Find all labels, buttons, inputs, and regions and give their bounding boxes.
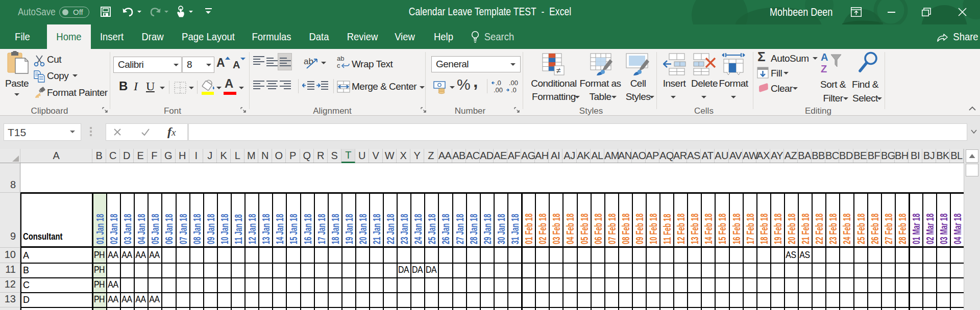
svg-text:.0: .0: [496, 80, 501, 87]
svg-text:.00: .00: [494, 86, 503, 94]
svg-text:ab: ab: [337, 55, 344, 62]
svg-text:c: c: [337, 62, 340, 69]
svg-text:≠: ≠: [556, 66, 561, 75]
svg-text:Z: Z: [821, 63, 827, 73]
svg-text:ab: ab: [304, 57, 313, 66]
svg-text:A: A: [821, 52, 828, 63]
svg-text:.00: .00: [509, 80, 518, 87]
svg-text:.0: .0: [511, 86, 517, 94]
